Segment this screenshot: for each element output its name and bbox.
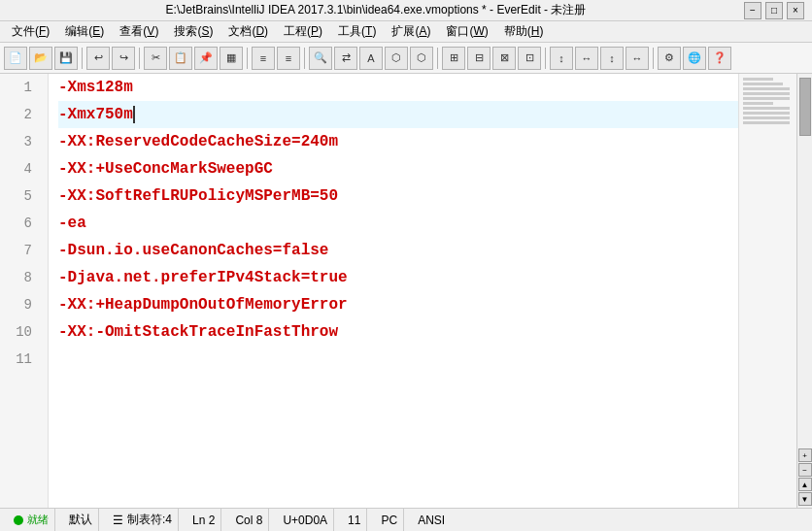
tb-sep-5 bbox=[437, 48, 438, 69]
tb-t3[interactable]: ⊠ bbox=[492, 47, 516, 70]
tb-search[interactable]: 🔍 bbox=[309, 47, 332, 70]
minimap-line-7 bbox=[743, 107, 790, 110]
status-green-dot bbox=[14, 515, 23, 525]
status-count-label: 11 bbox=[348, 514, 360, 527]
tb-v2[interactable]: 🌐 bbox=[683, 47, 706, 70]
menu-extend[interactable]: 扩展(A) bbox=[384, 21, 438, 42]
status-encoding-label: 制表符:4 bbox=[127, 512, 172, 528]
scroll-arrows: + − ▲ ▼ bbox=[798, 448, 812, 508]
scroll-thumb[interactable] bbox=[799, 78, 811, 136]
tb-paste[interactable]: 📌 bbox=[194, 47, 218, 70]
status-encoding-icon: ☰ bbox=[113, 514, 123, 527]
tb-t2[interactable]: ⊟ bbox=[467, 47, 491, 70]
code-line-11 bbox=[58, 346, 738, 373]
line-num-6: 6 bbox=[0, 210, 40, 237]
tb-sep-2 bbox=[139, 48, 140, 69]
tb-u1[interactable]: ↕ bbox=[550, 47, 573, 70]
tb-u4[interactable]: ↔ bbox=[626, 47, 649, 70]
code-line-6: -ea bbox=[58, 210, 738, 237]
minimap-line-3 bbox=[743, 87, 790, 90]
menu-help[interactable]: 帮助(H) bbox=[496, 21, 552, 42]
line-num-10: 10 bbox=[0, 318, 40, 346]
menu-project[interactable]: 工程(P) bbox=[276, 21, 330, 42]
menu-window[interactable]: 窗口(W) bbox=[438, 21, 495, 42]
menu-view[interactable]: 查看(V) bbox=[112, 21, 166, 42]
tb-u3[interactable]: ↕ bbox=[600, 47, 624, 70]
scroll-arrow-plus[interactable]: + bbox=[798, 448, 812, 462]
menu-edit[interactable]: 编辑(E) bbox=[57, 21, 112, 42]
tb-cut[interactable]: ✂ bbox=[144, 47, 167, 70]
status-unicode-label: U+0D0A bbox=[283, 514, 327, 527]
tb-save[interactable]: 💾 bbox=[54, 47, 78, 70]
status-count-item: 11 bbox=[342, 509, 367, 531]
tb-v3[interactable]: ❓ bbox=[708, 47, 731, 70]
tb-sep-3 bbox=[247, 48, 248, 69]
toolbar: 📄 📂 💾 ↩ ↪ ✂ 📋 📌 ▦ ≡ ≡ 🔍 ⇄ A ⬡ ⬡ ⊞ ⊟ ⊠ ⊡ … bbox=[0, 43, 812, 74]
tb-align2[interactable]: ≡ bbox=[277, 47, 300, 70]
tb-open[interactable]: 📂 bbox=[29, 47, 52, 70]
status-col-label: Col 8 bbox=[235, 514, 262, 527]
tb-replace[interactable]: ⇄ bbox=[334, 47, 357, 70]
line-num-1: 1 bbox=[0, 74, 40, 101]
tb-t4[interactable]: ⊡ bbox=[518, 47, 541, 70]
menu-document[interactable]: 文档(D) bbox=[220, 21, 276, 42]
tb-v1[interactable]: ⚙ bbox=[658, 47, 681, 70]
minimap-line-6 bbox=[743, 102, 773, 105]
menu-search[interactable]: 搜索(S) bbox=[166, 21, 220, 42]
scrollbar[interactable]: + − ▲ ▼ bbox=[796, 74, 812, 508]
menu-tools[interactable]: 工具(T) bbox=[330, 21, 384, 42]
scroll-arrow-minus[interactable]: − bbox=[798, 463, 812, 477]
line-num-7: 7 bbox=[0, 237, 40, 264]
minimap-line-2 bbox=[743, 83, 783, 85]
minimap-line-1 bbox=[743, 78, 773, 81]
tb-align[interactable]: ≡ bbox=[252, 47, 275, 70]
status-col-item: Col 8 bbox=[229, 509, 269, 531]
tb-t1[interactable]: ⊞ bbox=[442, 47, 465, 70]
line-num-5: 5 bbox=[0, 183, 40, 210]
line-num-2: 2 bbox=[0, 101, 40, 128]
tb-undo[interactable]: ↩ bbox=[86, 47, 110, 70]
code-line-9: -XX:+HeapDumpOnOutOfMemoryError bbox=[58, 291, 738, 318]
statusbar: 就绪 默认 ☰ 制表符:4 Ln 2 Col 8 U+0D0A 11 PC AN… bbox=[0, 508, 812, 531]
minimap-line-8 bbox=[743, 112, 790, 115]
minimap-line-9 bbox=[743, 116, 790, 119]
tb-extra1[interactable]: ▦ bbox=[220, 47, 243, 70]
tb-sep-4 bbox=[304, 48, 305, 69]
tb-sep-7 bbox=[653, 48, 654, 69]
minimap-line-5 bbox=[743, 97, 790, 100]
tb-s2[interactable]: ⬡ bbox=[385, 47, 408, 70]
close-button[interactable]: × bbox=[787, 2, 804, 19]
tb-new[interactable]: 📄 bbox=[4, 47, 27, 70]
tb-s3[interactable]: ⬡ bbox=[410, 47, 433, 70]
code-line-1: -Xms128m bbox=[58, 74, 738, 101]
tb-u2[interactable]: ↔ bbox=[575, 47, 598, 70]
status-ready-item: 就绪 bbox=[8, 509, 55, 531]
scroll-arrow-down[interactable]: ▼ bbox=[798, 492, 812, 506]
status-pc-label: PC bbox=[381, 514, 397, 527]
status-ln-item: Ln 2 bbox=[186, 509, 221, 531]
tb-copy[interactable]: 📋 bbox=[169, 47, 192, 70]
code-line-8: -Djava.net.preferIPv4Stack=true bbox=[58, 264, 738, 291]
menu-file[interactable]: 文件(F) bbox=[4, 21, 57, 42]
tb-redo[interactable]: ↪ bbox=[112, 47, 135, 70]
status-pc-item: PC bbox=[375, 509, 404, 531]
scroll-arrow-up[interactable]: ▲ bbox=[798, 478, 812, 491]
minimap-line-10 bbox=[743, 121, 790, 124]
status-ln-label: Ln 2 bbox=[192, 514, 215, 527]
code-line-4: -XX:+UseConcMarkSweepGC bbox=[58, 155, 738, 183]
code-line-5: -XX:SoftRefLRUPolicyMSPerMB=50 bbox=[58, 183, 738, 210]
tb-sep-1 bbox=[82, 48, 83, 69]
maximize-button[interactable]: □ bbox=[765, 2, 783, 19]
text-cursor bbox=[133, 106, 135, 123]
titlebar-title: E:\JetBrains\IntelliJ IDEA 2017.3.1\bin\… bbox=[8, 2, 744, 18]
minimize-button[interactable]: − bbox=[744, 2, 761, 19]
editor[interactable]: 1 2 3 4 5 6 7 8 9 10 11 -Xms128m -Xmx750… bbox=[0, 74, 738, 508]
code-lines[interactable]: -Xms128m -Xmx750m -XX:ReservedCodeCacheS… bbox=[49, 74, 738, 508]
code-line-10: -XX:-OmitStackTraceInFastThrow bbox=[58, 318, 738, 346]
status-unicode-item: U+0D0A bbox=[277, 509, 334, 531]
minimap-line-4 bbox=[743, 92, 790, 95]
titlebar: E:\JetBrains\IntelliJ IDEA 2017.3.1\bin\… bbox=[0, 0, 812, 21]
code-line-3: -XX:ReservedCodeCacheSize=240m bbox=[58, 128, 738, 155]
tb-s1[interactable]: A bbox=[359, 47, 383, 70]
status-ansi-item: ANSI bbox=[412, 509, 451, 531]
